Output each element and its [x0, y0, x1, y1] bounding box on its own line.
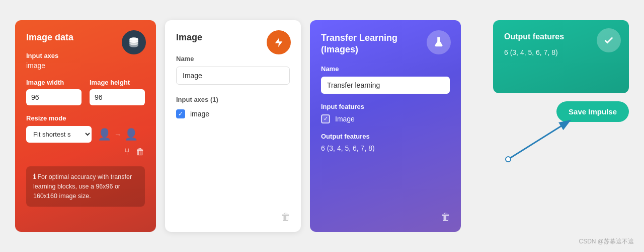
image-width-label: Image width: [26, 79, 82, 86]
info-circle-icon: ℹ: [33, 173, 36, 180]
info-box: ℹ For optimal accuracy with transfer lea…: [26, 166, 145, 207]
input-axes-label: Input axes: [26, 52, 145, 59]
input-features-label: Input features: [321, 103, 450, 110]
info-text: For optimal accuracy with transfer learn…: [33, 173, 132, 200]
input-axes-section-label: Input axes (1): [176, 96, 290, 103]
arrow-svg: [493, 111, 594, 167]
lightning-icon: [267, 30, 291, 54]
resize-mode-label: Resize mode: [26, 114, 145, 122]
input-features-item: Image: [335, 115, 355, 123]
svg-marker-1: [275, 38, 283, 47]
branch-icon[interactable]: ⑂: [124, 147, 130, 157]
arrow-right-icon: →: [114, 131, 121, 139]
image-width-input[interactable]: [26, 89, 82, 105]
right-panel: Output features 6 (3, 4, 5, 6, 7, 8) Sav…: [470, 20, 629, 172]
axes-item-label: image: [190, 110, 209, 118]
width-col: Image width: [26, 72, 82, 105]
image-checkbox[interactable]: ✓: [176, 109, 185, 118]
name-label: Name: [176, 55, 290, 62]
transfer-name-input[interactable]: [321, 77, 450, 94]
resize-row: Fit shortest s Fit Squash Crop 👤 → 👤: [26, 126, 145, 143]
transfer-learning-card: Transfer Learning (Images) Name Input fe…: [310, 20, 461, 232]
resize-icon-group: 👤 → 👤: [98, 128, 138, 141]
flask-icon: [427, 30, 451, 54]
person-before-icon: 👤: [98, 128, 111, 141]
svg-line-6: [508, 121, 569, 159]
output-features-label: Output features: [321, 133, 450, 140]
input-features-checkbox[interactable]: ✓: [321, 114, 330, 123]
axes-section: Input axes (1) ✓ image: [176, 96, 290, 118]
image-data-card: Image data Input axes image Image width …: [15, 20, 156, 232]
person-after-icon: 👤: [124, 128, 138, 141]
delete-icon[interactable]: 🗑: [136, 147, 145, 157]
svg-point-4: [439, 44, 440, 46]
watermark: CSDN @苏幕遮不遮: [579, 237, 634, 246]
bottom-icons: ⑂ 🗑: [26, 147, 145, 159]
name-input[interactable]: [176, 67, 290, 85]
checkmark-icon: [597, 28, 621, 52]
main-container: Image data Input axes image Image width …: [0, 10, 644, 242]
output-features-card: Output features 6 (3, 4, 5, 6, 7, 8): [493, 20, 629, 93]
card2-delete-icon[interactable]: 🗑: [281, 211, 291, 223]
input-features-checkbox-row: ✓ Image: [321, 114, 450, 123]
image-height-input[interactable]: [90, 89, 145, 105]
height-col: Image height: [90, 72, 145, 105]
image-card: Image Name Input axes (1) ✓ image 🗑: [165, 20, 301, 232]
image-height-label: Image height: [90, 79, 145, 86]
card3-delete-icon[interactable]: 🗑: [441, 211, 451, 223]
database-icon: [122, 30, 146, 54]
save-area: Save Impulse: [488, 101, 629, 172]
wh-row: Image width Image height: [26, 72, 145, 105]
output-features-value: 6 (3, 4, 5, 6, 7, 8): [321, 144, 450, 152]
svg-point-3: [437, 44, 438, 45]
svg-point-7: [506, 157, 511, 162]
axes-checkbox-row: ✓ image: [176, 109, 290, 118]
resize-mode-select[interactable]: Fit shortest s Fit Squash Crop: [26, 126, 92, 143]
card3-name-label: Name: [321, 65, 450, 73]
input-axes-value: image: [26, 61, 145, 70]
